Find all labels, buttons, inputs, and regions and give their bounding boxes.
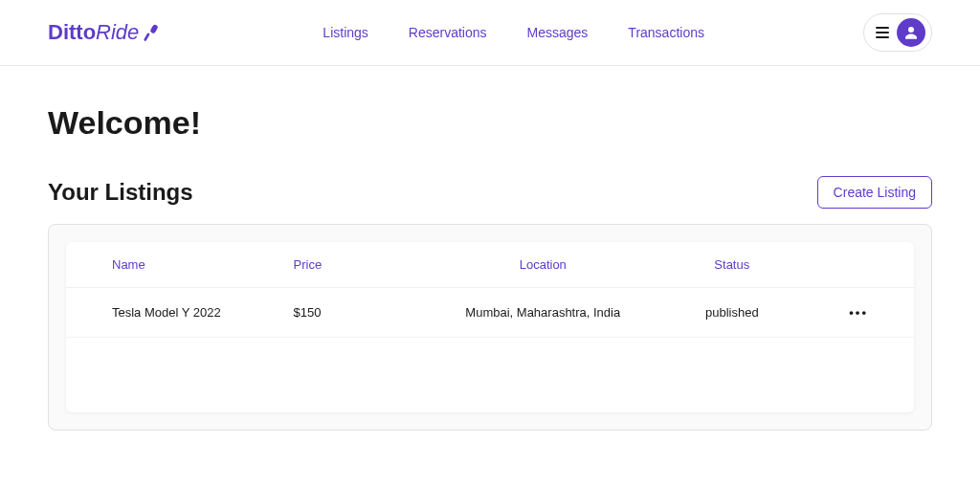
cell-price: $150 [294,305,430,320]
brand-logo[interactable]: DittoRide [48,20,164,45]
main-nav: Listings Reservations Messages Transacti… [323,25,704,40]
listings-panel: Name Price Location Status Tesla Model Y… [48,224,932,431]
header-price: Price [294,257,430,272]
nav-reservations[interactable]: Reservations [409,25,487,40]
more-icon[interactable]: ••• [849,305,868,320]
create-listing-button[interactable]: Create Listing [817,176,932,209]
cell-actions: ••• [808,305,868,320]
svg-point-2 [908,27,914,33]
brand-part2: Ride [96,20,139,45]
section-header: Your Listings Create Listing [48,176,932,209]
hamburger-icon [876,27,889,38]
header-actions [808,257,868,272]
table-row[interactable]: Tesla Model Y 2022 $150 Mumbai, Maharash… [66,288,914,338]
page-title: Welcome! [48,104,932,142]
brand-part1: Ditto [48,20,96,45]
nav-messages[interactable]: Messages [527,25,589,40]
cell-location: Mumbai, Maharashtra, India [430,305,657,320]
main-content: Welcome! Your Listings Create Listing Na… [0,66,980,487]
header: DittoRide Listings Reservations Messages… [0,0,980,66]
header-location: Location [430,257,657,272]
brand-icon [143,22,164,43]
avatar [897,18,925,47]
section-title: Your Listings [48,179,193,206]
svg-rect-0 [150,24,159,34]
user-menu[interactable] [863,13,932,52]
header-status: Status [657,257,808,272]
cell-status: published [657,305,808,320]
header-name: Name [112,257,294,272]
cell-name: Tesla Model Y 2022 [112,305,294,320]
listings-table: Name Price Location Status Tesla Model Y… [66,242,914,412]
nav-transactions[interactable]: Transactions [628,25,704,40]
table-header: Name Price Location Status [66,242,914,288]
nav-listings[interactable]: Listings [323,25,368,40]
svg-rect-1 [144,33,150,41]
